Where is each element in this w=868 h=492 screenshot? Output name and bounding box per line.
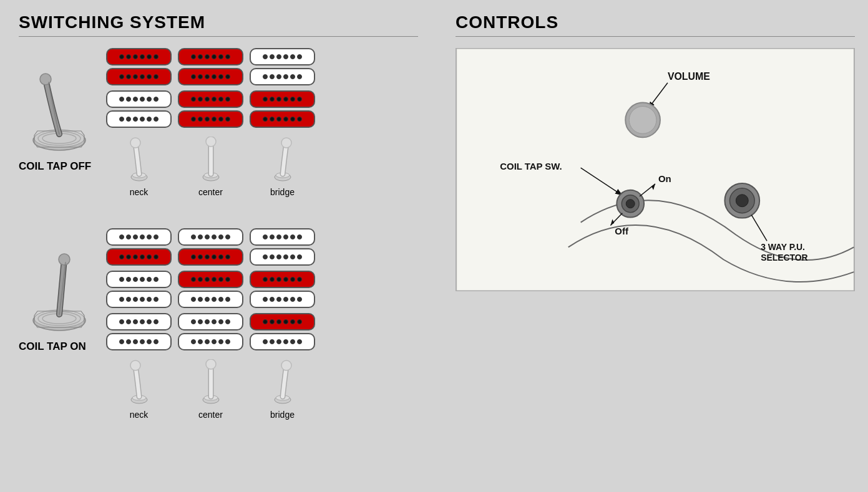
svg-point-44 (736, 195, 748, 207)
on-neck-label: neck (130, 410, 149, 420)
on-neck2-top (106, 271, 172, 288)
off-center-col-1 (178, 48, 243, 85)
on-center-label: center (198, 410, 223, 420)
off-switch-row: neck center (106, 137, 315, 197)
off-row-1 (106, 48, 315, 85)
off-bridge2-top (250, 90, 315, 108)
on-bridge2-top (250, 271, 315, 288)
svg-point-14 (281, 138, 291, 148)
svg-point-8 (130, 138, 140, 148)
coil-tap-on-label: COIL TAP ON (19, 340, 100, 353)
toggle-on-area: COIL TAP ON (19, 228, 100, 353)
off-neck-switch-svg (127, 137, 152, 183)
toggle-switch-off (28, 67, 90, 154)
svg-point-26 (206, 359, 216, 369)
off-neck2-bot (106, 110, 172, 128)
on-neck2-bot (106, 291, 172, 308)
svg-point-23 (130, 360, 140, 370)
svg-point-33 (629, 107, 656, 134)
svg-point-20 (59, 254, 70, 265)
on-row-2 (106, 271, 315, 308)
off-neck-col-1 (106, 48, 172, 85)
off-neck-switch: neck (106, 137, 172, 197)
on-row-1 (106, 228, 315, 266)
on-row-3 (106, 313, 315, 350)
on-label: On (658, 173, 671, 184)
off-bridge-col-2 (250, 90, 315, 128)
on-center3-bot (178, 333, 243, 350)
switching-divider (19, 36, 418, 37)
off-center-switch-svg (198, 137, 223, 183)
controls-title: CONTROLS (456, 12, 855, 32)
on-neck3-bot (106, 333, 172, 350)
off-neck-label: neck (130, 187, 149, 197)
on-center1-bot (178, 248, 243, 266)
off-bridge-switch-svg (270, 137, 295, 183)
on-neck1-top (106, 228, 172, 246)
off-bridge-switch: bridge (250, 137, 315, 197)
off-bridge-top (250, 48, 315, 65)
toggle-switch-on (28, 247, 90, 334)
controls-divider (456, 36, 855, 37)
off-center-label: center (198, 187, 223, 197)
on-switch-row: neck center (106, 359, 315, 420)
off-row-2 (106, 90, 315, 128)
off-bridge2-bot (250, 110, 315, 128)
off-neck-top (106, 48, 172, 65)
controls-panel: CONTROLS VOLUME COIL TAP SW. (437, 0, 868, 492)
on-bridge3-bot (250, 333, 315, 350)
off-center-bot (178, 68, 243, 85)
svg-point-11 (206, 137, 216, 147)
on-pickups-grid: neck center (106, 228, 315, 420)
on-center2-bot (178, 291, 243, 308)
controls-diagram: VOLUME COIL TAP SW. On Off (456, 48, 855, 291)
off-bridge-col-1 (250, 48, 315, 85)
on-bridge1-top (250, 228, 315, 246)
on-center1-top (178, 228, 243, 246)
svg-point-29 (281, 360, 291, 370)
controls-svg: VOLUME COIL TAP SW. On Off (456, 49, 854, 291)
off-label: Off (615, 226, 628, 236)
off-neck2-top (106, 90, 172, 108)
on-neck-switch-svg (127, 359, 152, 406)
off-pickups-grid: neck center (106, 48, 315, 197)
switching-title: SWITCHING SYSTEM (19, 12, 418, 32)
coil-tap-off-label: COIL TAP OFF (19, 160, 100, 173)
on-center-switch-svg (198, 359, 223, 406)
volume-label: VOLUME (668, 71, 710, 82)
toggle-off-area: COIL TAP OFF (19, 48, 100, 173)
on-bridge1-bot (250, 248, 315, 266)
off-center2-top (178, 90, 243, 108)
off-center-col-2 (178, 90, 243, 128)
on-bridge2-bot (250, 291, 315, 308)
coil-tap-on-section: COIL TAP ON (19, 228, 418, 420)
selector-label-line1: 3 WAY P.U. (761, 242, 805, 252)
on-neck-switch: neck (106, 359, 172, 420)
on-center2-top (178, 271, 243, 288)
on-center3-top (178, 313, 243, 330)
on-center-switch: center (178, 359, 243, 420)
on-bridge-switch: bridge (250, 359, 315, 420)
on-bridge-switch-svg (270, 359, 295, 406)
on-neck3-top (106, 313, 172, 330)
on-neck1-bot (106, 248, 172, 266)
on-bridge3-top (250, 313, 315, 330)
off-bridge-bot (250, 68, 315, 85)
coil-tap-sw-label: COIL TAP SW. (500, 161, 562, 171)
svg-point-37 (626, 200, 635, 208)
off-bridge-label: bridge (270, 187, 295, 197)
svg-point-5 (40, 74, 51, 85)
off-neck-col-2 (106, 90, 172, 128)
on-bridge-label: bridge (270, 410, 295, 420)
off-center2-bot (178, 110, 243, 128)
off-neck-bot (106, 68, 172, 85)
off-center-switch: center (178, 137, 243, 197)
selector-label-line2: SELECTOR (761, 253, 807, 263)
switching-panel: SWITCHING SYSTEM COIL TAP OFF (0, 0, 437, 492)
coil-tap-off-section: COIL TAP OFF (19, 48, 418, 197)
off-center-top (178, 48, 243, 65)
